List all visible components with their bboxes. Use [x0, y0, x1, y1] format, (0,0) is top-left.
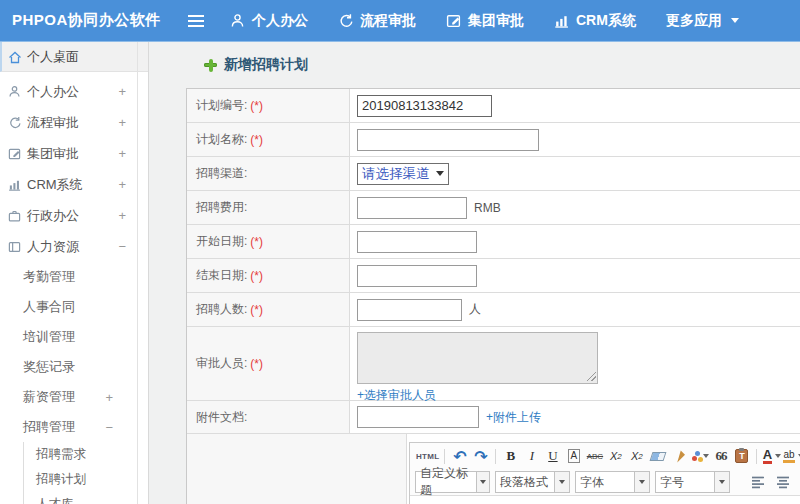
nav-personal-office[interactable]: 个人办公	[230, 12, 308, 30]
remove-format-button[interactable]	[648, 446, 667, 466]
nav-label: CRM系统	[576, 12, 636, 30]
edit-square-icon	[8, 147, 22, 161]
field-label: 招聘人数: (*)	[187, 293, 350, 326]
rich-text-editor: HTML ↶ ↷ B I U A ABC X2	[409, 442, 800, 504]
page-title-text: 新增招聘计划	[224, 56, 308, 74]
format-painter-button[interactable]	[669, 446, 688, 466]
expand-plus-icon[interactable]: +	[118, 208, 126, 223]
attachment-upload-link[interactable]: +附件上传	[486, 409, 541, 426]
field-label: 招聘费用:	[187, 191, 350, 224]
approvers-textarea[interactable]	[357, 332, 598, 384]
field-label-empty	[187, 434, 407, 504]
align-left-button[interactable]	[748, 472, 767, 492]
field-label: 计划名称: (*)	[187, 123, 350, 156]
expand-plus-icon[interactable]: +	[118, 84, 126, 99]
font-size-dropdown[interactable]: 字号	[655, 471, 730, 493]
nav-workflow-approval[interactable]: 流程审批	[338, 12, 416, 30]
custom-title-dropdown[interactable]: 自定义标题	[415, 471, 490, 493]
fee-input[interactable]	[357, 197, 467, 219]
html-source-button[interactable]: HTML	[416, 446, 439, 466]
caret-down-icon	[775, 454, 781, 458]
sidebar-item-rewards[interactable]: 奖惩记录	[0, 352, 148, 382]
select-caret-icon	[436, 171, 444, 176]
align-center-button[interactable]	[773, 472, 792, 492]
required-mark: (*)	[250, 357, 263, 371]
sidebar-item-label: 培训管理	[23, 328, 75, 346]
field-value-cell: +附件上传	[350, 401, 800, 433]
sidebar-item-salary[interactable]: 薪资管理 +	[0, 382, 148, 412]
form-row-approvers: 审批人员: (*) +选择审批人员	[187, 327, 800, 401]
collapse-minus-icon[interactable]: −	[118, 239, 126, 254]
expand-plus-icon[interactable]: +	[118, 146, 126, 161]
italic-button[interactable]: I	[522, 446, 541, 466]
sidebar-item-label: CRM系统	[27, 176, 83, 194]
sidebar: 个人桌面 个人办公 + 流程审批 + 集团审批 +	[0, 42, 149, 504]
sidebar-item-personal-desktop[interactable]: 个人桌面	[0, 42, 148, 72]
sidebar-item-admin-office[interactable]: 行政办公 +	[0, 200, 148, 231]
sidebar-item-label: 人才库	[36, 496, 74, 504]
strikethrough-button[interactable]: ABC	[585, 446, 604, 466]
color-palette-button[interactable]	[690, 446, 709, 466]
recruit-submenu: 招聘需求 招聘计划 人才库	[23, 442, 148, 504]
plan-number-input[interactable]	[357, 95, 492, 117]
headcount-input[interactable]	[357, 299, 462, 321]
highlight-color-button[interactable]: ab	[783, 446, 800, 466]
bold-button[interactable]: B	[501, 446, 520, 466]
collapse-minus-icon[interactable]: −	[105, 420, 113, 435]
user-icon	[8, 85, 22, 99]
font-color-button[interactable]: A	[762, 446, 781, 466]
blockquote-button[interactable]: 66	[711, 446, 730, 466]
underline-button[interactable]: U	[543, 446, 562, 466]
field-label: 审批人员: (*)	[187, 327, 350, 400]
sidebar-item-attendance[interactable]: 考勤管理	[0, 262, 148, 292]
nav-group-approval[interactable]: 集团审批	[446, 12, 524, 30]
flow-icon	[8, 116, 22, 130]
sidebar-item-training[interactable]: 培训管理	[0, 322, 148, 352]
bar-chart-icon	[554, 13, 569, 28]
sidebar-item-recruit-demand[interactable]: 招聘需求	[24, 442, 148, 467]
field-label: 计划编号: (*)	[187, 89, 350, 122]
field-value-cell: 人	[350, 293, 800, 326]
resize-grip-icon[interactable]	[587, 372, 596, 381]
main-content: 新增招聘计划 计划编号: (*) 计划名称: (*)	[149, 42, 800, 504]
hr-submenu: 考勤管理 人事合同 培训管理 奖惩记录 薪资管理 +	[0, 262, 148, 504]
redo-button[interactable]: ↷	[471, 446, 490, 466]
expand-plus-icon[interactable]: +	[105, 390, 113, 405]
nav-crm-system[interactable]: CRM系统	[554, 12, 636, 30]
superscript-button[interactable]: X2	[606, 446, 625, 466]
sidebar-item-label: 招聘需求	[36, 446, 86, 463]
attachment-input[interactable]	[357, 406, 479, 428]
sidebar-item-hr-contract[interactable]: 人事合同	[0, 292, 148, 322]
app-logo[interactable]: PHPOA协同办公软件	[0, 11, 188, 30]
toolbar-separator	[444, 449, 445, 464]
font-family-dropdown[interactable]: 字体	[575, 471, 650, 493]
sidebar-item-human-resources[interactable]: 人力资源 −	[0, 231, 148, 262]
nav-more-apps[interactable]: 更多应用	[666, 12, 739, 30]
expand-plus-icon[interactable]: +	[118, 115, 126, 130]
sidebar-item-label: 考勤管理	[23, 268, 75, 286]
top-navbar: PHPOA协同办公软件 个人办公 流程审批 集团审批 CRM系统 更多应用	[0, 0, 800, 42]
end-date-input[interactable]	[357, 265, 477, 287]
plan-name-input[interactable]	[357, 129, 539, 151]
paragraph-format-dropdown[interactable]: 段落格式	[495, 471, 570, 493]
sidebar-item-recruit-plan[interactable]: 招聘计划	[24, 467, 148, 492]
sidebar-item-talent-pool[interactable]: 人才库	[24, 492, 148, 504]
sidebar-item-crm-system[interactable]: CRM系统 +	[0, 169, 148, 200]
paste-button[interactable]: T	[732, 446, 751, 466]
caret-down-icon	[703, 454, 709, 458]
menu-toggle-icon[interactable]	[188, 15, 204, 27]
page-title: 新增招聘计划	[204, 54, 800, 76]
toolbar-separator	[756, 449, 757, 464]
expand-plus-icon[interactable]: +	[118, 177, 126, 192]
subscript-button[interactable]: X2	[627, 446, 646, 466]
undo-button[interactable]: ↶	[450, 446, 469, 466]
form-row-plan-no: 计划编号: (*)	[187, 89, 800, 123]
font-style-button[interactable]: A	[564, 446, 583, 466]
channel-select[interactable]: 请选择渠道	[357, 163, 449, 185]
start-date-input[interactable]	[357, 231, 477, 253]
sidebar-item-group-approval[interactable]: 集团审批 +	[0, 138, 148, 169]
sidebar-item-workflow-approval[interactable]: 流程审批 +	[0, 107, 148, 138]
toolbar-separator	[495, 449, 496, 464]
sidebar-item-personal-office[interactable]: 个人办公 +	[0, 76, 148, 107]
sidebar-item-recruit-mgmt[interactable]: 招聘管理 −	[0, 412, 148, 442]
